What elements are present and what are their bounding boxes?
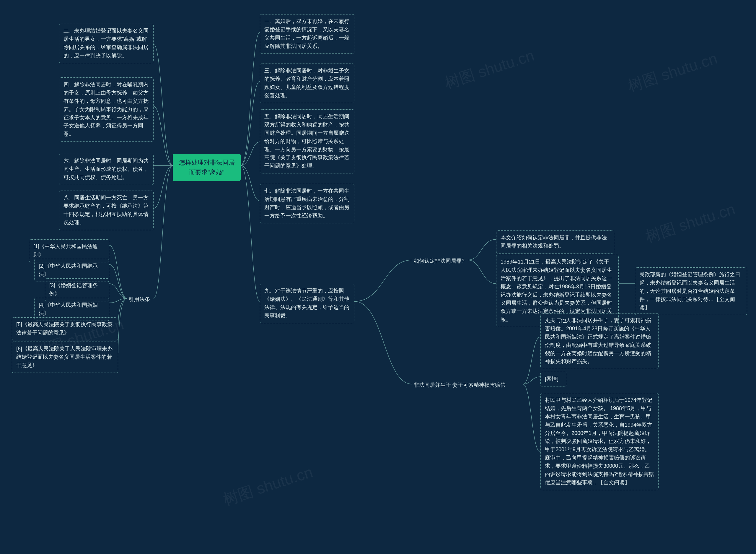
node-6-text: 六、解除非法同居时，同居期间为共同生产、生活而形成的债权、债务，可按共同债权、债… [63,158,148,180]
node-references-text: 引用法条 [129,296,150,302]
node-ref2-text: [2]《中华人民共和国继承法》 [39,263,98,277]
node-rd-c1-text: 本文介绍如何认定非法同居罪，并且提供非法同居罪的相关法规和处罚。 [501,235,607,249]
node-1-text: 一、离婚后，双方未再婚，在未履行复婚登记手续的情况下，又以夫妻名义共同生活，一方… [264,18,350,49]
node-rd-c2b-text: 民政部新的《婚姻登记管理条例》施行之日起，未办结婚登记而以夫妻名义同居生活的，无… [639,272,740,311]
node-ref1-text: [1]《中华人民共和国民法通则》 [34,243,98,258]
node-recognize-crime[interactable]: 如何认定非法同居罪? [412,256,471,267]
node-il-c2[interactable]: [案情] [541,372,567,386]
node-5-text: 五、解除非法同居时，同居生活期间双方所得的收入和购置的财产，按共同财产处理。同居… [264,113,350,169]
node-recognize-crime-text: 如何认定非法同居罪? [414,258,464,264]
node-il-c1[interactable]: 丈夫与他人非法同居并生子，妻子可索精神损害赔偿。2001年4月28日修订实施的《… [541,313,658,369]
node-ref4-text: [4]《中华人民共和国婚姻法》 [39,302,98,316]
node-ref5[interactable]: [5]《最高人民法院关于贯彻执行民事政策法律若干问题的意见》 [12,317,118,340]
root-node[interactable]: 怎样处理对非法同居而要求"离婚" [173,154,241,181]
node-rd-c2-text: 1989年11月21日，最高人民法院制定了《关于人民法院审理未办结婚登记而以夫妻… [501,259,612,322]
node-ref5-text: [5]《最高人民法院关于贯彻执行民事政策法律若干问题的意见》 [16,322,113,336]
node-2-text: 二、未办理结婚登记而以夫妻名义同居生活的男女，一方要求"离婚"或解除同居关系的，… [63,28,148,58]
node-4-text: 四、解除非法同居时，对在哺乳期内的子女，原则上由母方抚养，如父方有条件的，母方同… [63,81,148,137]
node-8[interactable]: 八、同居生活期间一方死亡，另一方要求继承财产的，可按《继承法》第十四条规定，根据… [59,190,153,230]
node-7-text: 七、解除非法同居时，一方在共同生活期间患有严重疾病未治愈的，分割财产时，应适当予… [264,188,350,219]
node-il-c3[interactable]: 村民甲与村民乙经人介绍相识后于1974年登记结婚，先后生育两个女孩。 1988年… [541,393,658,490]
node-5[interactable]: 五、解除非法同居时，同居生活期间双方所得的收入和购置的财产，按共同财产处理。同居… [260,109,355,173]
watermark: 树图 shutu.cn [625,48,720,97]
node-il-c3-text: 村民甲与村民乙经人介绍相识后于1974年登记结婚，先后生育两个女孩。 1988年… [545,397,654,486]
node-ref3-text: [3]《婚姻登记管理条例》 [49,282,98,297]
node-rd-c1[interactable]: 本文介绍如何认定非法同居罪，并且提供非法同居罪的相关法规和处罚。 [496,230,614,254]
node-3[interactable]: 三、解除非法同居时，对非婚生子女的抚养、教育和财产分割，应本着照顾妇女、儿童的利… [260,63,355,103]
node-9-text: 九、对于违法情节严重的，应按照《婚姻法》、《民法通则》等和其他法律、法规的有关规… [264,288,350,319]
node-il-c2-text: [案情] [545,376,558,382]
node-references[interactable]: 引用法条 [127,294,153,305]
node-illegal-child-text: 非法同居并生子 妻子可索精神损害赔偿 [414,382,506,388]
watermark: 树图 shutu.cn [643,199,738,247]
node-3-text: 三、解除非法同居时，对非婚生子女的抚养、教育和财产分割，应本着照顾妇女、儿童的利… [264,68,350,98]
node-il-c1-text: 丈夫与他人非法同居并生子，妻子可索精神损害赔偿。2001年4月28日修订实施的《… [545,317,651,364]
watermark: 树图 shutu.cn [220,462,315,510]
node-8-text: 八、同居生活期间一方死亡，另一方要求继承财产的，可按《继承法》第十四条规定，根据… [63,195,148,225]
node-ref6-text: [6]《最高人民法院关于人民法院审理未办结婚登记而以夫妻名义同居生活案件的若干意… [16,346,113,368]
watermark: 树图 shutu.cn [442,45,537,94]
node-rd-c2b[interactable]: 民政部新的《婚姻登记管理条例》施行之日起，未办结婚登记而以夫妻名义同居生活的，无… [635,267,747,315]
root-title: 怎样处理对非法同居而要求"离婚" [179,159,235,175]
node-6[interactable]: 六、解除非法同居时，同居期间为共同生产、生活而形成的债权、债务，可按共同债权、债… [59,154,153,185]
node-2[interactable]: 二、未办理结婚登记而以夫妻名义同居生活的男女，一方要求"离婚"或解除同居关系的，… [59,23,153,63]
node-4[interactable]: 四、解除非法同居时，对在哺乳期内的子女，原则上由母方抚养，如父方有条件的，母方同… [59,77,153,142]
node-9[interactable]: 九、对于违法情节严重的，应按照《婚姻法》、《民法通则》等和其他法律、法规的有关规… [260,284,355,323]
node-1[interactable]: 一、离婚后，双方未再婚，在未履行复婚登记手续的情况下，又以夫妻名义共同生活，一方… [260,14,355,54]
node-7[interactable]: 七、解除非法同居时，一方在共同生活期间患有严重疾病未治愈的，分割财产时，应适当予… [260,184,355,223]
node-ref6[interactable]: [6]《最高人民法院关于人民法院审理未办结婚登记而以夫妻名义同居生活案件的若干意… [12,342,118,373]
node-illegal-child[interactable]: 非法同居并生子 妻子可索精神损害赔偿 [412,380,524,391]
